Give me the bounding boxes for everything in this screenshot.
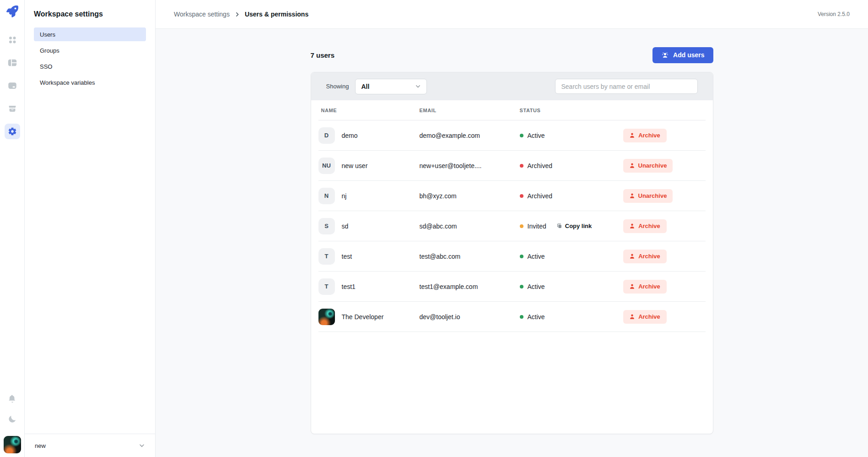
database-icon (7, 81, 17, 91)
user-avatar: T (318, 278, 335, 295)
user-name: sd (342, 223, 420, 230)
action-label: Archive (638, 313, 660, 320)
status-cell: Active (520, 283, 623, 290)
action-cell: Archive (623, 219, 667, 233)
filter-label: Showing (326, 83, 349, 90)
user-avatar[interactable] (4, 436, 21, 453)
avatar-cell: NU (318, 158, 342, 174)
menu-item-workspace-variables[interactable]: Workspace variables (34, 76, 146, 89)
settings-menu: Users Groups SSO Workspace variables (25, 26, 155, 93)
menu-item-groups[interactable]: Groups (34, 44, 146, 57)
tooljet-logo[interactable] (5, 5, 19, 18)
header-name: NAME (318, 108, 420, 113)
user-status: Active (528, 283, 545, 290)
table-row: The Developerdev@tooljet.ioActiveArchive (318, 302, 706, 332)
user-avatar: N (318, 188, 335, 204)
version-label: Version 2.5.0 (818, 11, 850, 17)
status-cell: Archived (520, 192, 623, 200)
user-status: Archived (528, 192, 552, 200)
users-table-body: Ddemodemo@example.comActiveArchiveNUnew … (318, 120, 706, 332)
chevron-down-icon (415, 83, 421, 89)
archive-user-icon (629, 253, 635, 259)
users-count: 7 users (311, 51, 335, 59)
user-email: new+user@tooljete.... (420, 162, 520, 169)
sidebar-item-marketplace[interactable] (5, 101, 20, 116)
user-status: Invited (528, 223, 546, 230)
header-status: STATUS (520, 108, 623, 113)
header-email: EMAIL (420, 108, 520, 113)
status-dot (520, 315, 523, 319)
status-dot (520, 194, 523, 198)
archive-user-button[interactable]: Archive (623, 219, 667, 233)
sidebar-item-apps[interactable] (5, 32, 20, 48)
user-name: demo (342, 132, 420, 139)
action-label: Archive (638, 283, 660, 290)
action-cell: Unarchive (623, 159, 667, 173)
settings-panel: Workspace settings Users Groups SSO Work… (25, 0, 156, 457)
user-name: nj (342, 192, 420, 200)
archive-user-icon (629, 223, 635, 229)
chevron-right-icon (234, 11, 240, 17)
archive-user-icon (629, 193, 635, 199)
status-cell: Archived (520, 162, 623, 169)
avatar-cell: T (318, 278, 342, 295)
users-table: NAME EMAIL STATUS Ddemodemo@example.comA… (311, 100, 713, 332)
moon-icon (8, 414, 17, 424)
avatar-cell: T (318, 248, 342, 265)
copy-link-button[interactable]: Copy link (556, 223, 592, 229)
sidebar-item-app-builder[interactable] (5, 55, 20, 71)
sidebar-item-workspace-settings[interactable] (5, 124, 20, 139)
user-avatar: D (318, 127, 335, 144)
user-avatar: T (318, 248, 335, 265)
archive-user-button[interactable]: Archive (623, 280, 667, 294)
dark-mode-toggle[interactable] (5, 411, 20, 427)
user-avatar: NU (318, 158, 335, 174)
rocket-icon (6, 5, 18, 17)
action-cell: Unarchive (623, 189, 667, 203)
unarchive-user-button[interactable]: Unarchive (623, 189, 673, 203)
user-status: Active (528, 132, 545, 139)
chevron-down-icon (139, 442, 145, 449)
table-row: Ssdsd@abc.comInvitedCopy linkArchive (318, 211, 706, 241)
action-label: Archive (638, 223, 660, 229)
workspace-switcher[interactable]: new (25, 434, 155, 457)
menu-item-sso[interactable]: SSO (34, 60, 146, 73)
sidebar-item-database[interactable] (5, 78, 20, 93)
status-filter-dropdown[interactable]: All (355, 79, 427, 94)
menu-item-users[interactable]: Users (34, 27, 146, 41)
search-input[interactable] (555, 79, 698, 94)
user-avatar-image (318, 309, 335, 325)
marketplace-icon (7, 103, 17, 114)
workspace-name: new (35, 442, 46, 449)
user-name: The Developer (342, 313, 420, 321)
menu-item-label: Users (40, 31, 55, 38)
table-row: NUnew usernew+user@tooljete....ArchivedU… (318, 151, 706, 181)
rail-bottom-group (4, 391, 21, 453)
user-status: Active (528, 253, 545, 260)
archive-user-icon (629, 163, 635, 169)
action-label: Unarchive (638, 192, 667, 199)
user-status: Active (528, 313, 545, 321)
users-card: Showing All NAME EMAIL STATUS Ddemodemo@… (311, 72, 713, 434)
archive-user-button[interactable]: Archive (623, 129, 667, 142)
archive-user-button[interactable]: Archive (623, 250, 667, 263)
icon-rail (0, 0, 25, 457)
user-email: test1@example.com (420, 283, 520, 290)
archive-user-button[interactable]: Archive (623, 310, 667, 324)
action-label: Archive (638, 132, 660, 139)
add-users-button[interactable]: Add users (652, 47, 713, 63)
avatar-cell: D (318, 127, 342, 144)
table-row: Nnjbh@xyz.comArchivedUnarchive (318, 181, 706, 211)
menu-item-label: Groups (40, 47, 59, 54)
unarchive-user-button[interactable]: Unarchive (623, 159, 673, 173)
notifications-button[interactable] (5, 391, 20, 407)
user-name: new user (342, 162, 420, 169)
add-users-label: Add users (673, 51, 704, 59)
app-window: Workspace settings Users Groups SSO Work… (0, 0, 868, 457)
status-dot (520, 285, 523, 288)
status-cell: Active (520, 313, 623, 321)
status-cell: Active (520, 253, 623, 260)
menu-item-label: Workspace variables (40, 79, 95, 86)
user-email: demo@example.com (420, 132, 520, 139)
breadcrumb-root[interactable]: Workspace settings (174, 11, 230, 18)
